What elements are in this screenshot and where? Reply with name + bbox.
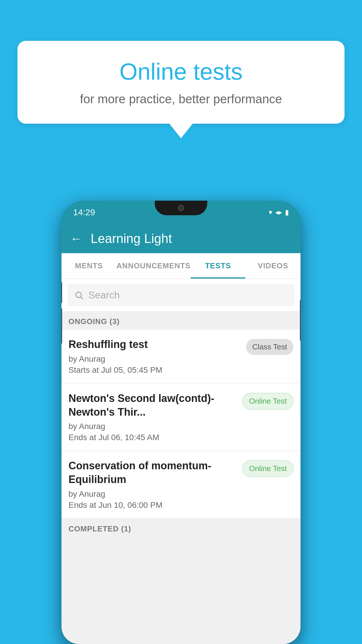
test-info-newtons: Newton's Second law(contd)-Newton's Thir… (68, 392, 238, 442)
phone-notch (155, 201, 207, 215)
tab-tests[interactable]: TESTS (191, 253, 246, 279)
volume-up-button[interactable] (61, 282, 62, 303)
test-author-conservation: by Anurag (68, 489, 238, 499)
content-area: ONGOING (3) Reshuffling test by Anurag S… (61, 311, 301, 644)
test-author-reshuffling: by Anurag (68, 354, 241, 364)
test-info-conservation: Conservation of momentum-Equilibrium by … (68, 459, 238, 510)
phone-side-buttons-right (300, 300, 301, 341)
status-icons: ▾ ◂▸ ▮ (269, 208, 289, 216)
app-header-title: Learning Light (91, 231, 172, 246)
front-camera (178, 205, 184, 211)
phone-screen: ← Learning Light MENTS ANNOUNCEMENTS TES… (61, 224, 301, 644)
test-author-newtons: by Anurag (68, 422, 238, 431)
speech-bubble-container: Online tests for more practice, better p… (17, 41, 345, 138)
test-badge-online-1: Online Test (242, 393, 294, 410)
signal-icon: ◂▸ (275, 208, 282, 216)
search-placeholder: Search (88, 289, 120, 301)
power-button[interactable] (300, 300, 301, 341)
speech-bubble-title: Online tests (41, 58, 321, 85)
back-button[interactable]: ← (70, 232, 82, 245)
completed-section-header: COMPLETED (1) (61, 519, 301, 537)
tab-bar: MENTS ANNOUNCEMENTS TESTS VIDEOS (61, 253, 301, 279)
search-icon (74, 290, 84, 300)
speech-bubble-subtitle: for more practice, better performance (41, 92, 321, 106)
test-title-newtons: Newton's Second law(contd)-Newton's Thir… (68, 392, 238, 419)
test-time-newtons: Ends at Jul 06, 10:45 AM (68, 433, 238, 442)
test-time-reshuffling: Starts at Jul 05, 05:45 PM (68, 365, 241, 375)
test-time-conservation: Ends at Jun 10, 06:00 PM (68, 501, 238, 510)
wifi-icon: ▾ (269, 208, 272, 216)
svg-line-1 (81, 297, 83, 299)
test-card-newtons[interactable]: Newton's Second law(contd)-Newton's Thir… (61, 384, 301, 451)
phone-frame: 14:29 ▾ ◂▸ ▮ ← Learning Light MENTS ANNO… (61, 201, 301, 644)
test-badge-online-2: Online Test (242, 460, 294, 477)
speech-bubble: Online tests for more practice, better p… (17, 41, 345, 124)
ongoing-section-header: ONGOING (3) (61, 311, 301, 330)
tab-assignments[interactable]: MENTS (61, 253, 117, 279)
search-container: Search (61, 279, 301, 311)
test-badge-class: Class Test (246, 339, 294, 355)
tab-videos[interactable]: VIDEOS (245, 253, 301, 279)
test-info-reshuffling: Reshuffling test by Anurag Starts at Jul… (68, 338, 241, 375)
search-bar[interactable]: Search (67, 284, 295, 306)
status-bar: 14:29 ▾ ◂▸ ▮ (61, 201, 301, 224)
test-title-conservation: Conservation of momentum-Equilibrium (68, 459, 238, 487)
speech-bubble-arrow (169, 124, 193, 138)
status-time: 14:29 (73, 207, 95, 217)
test-title-reshuffling: Reshuffling test (68, 338, 241, 351)
volume-down-button[interactable] (61, 309, 62, 344)
test-card-reshuffling[interactable]: Reshuffling test by Anurag Starts at Jul… (61, 330, 301, 383)
tab-announcements[interactable]: ANNOUNCEMENTS (117, 253, 191, 279)
battery-icon: ▮ (285, 208, 289, 216)
phone-side-buttons-left (61, 282, 62, 344)
test-card-conservation[interactable]: Conservation of momentum-Equilibrium by … (61, 451, 301, 518)
app-header: ← Learning Light (61, 224, 301, 253)
